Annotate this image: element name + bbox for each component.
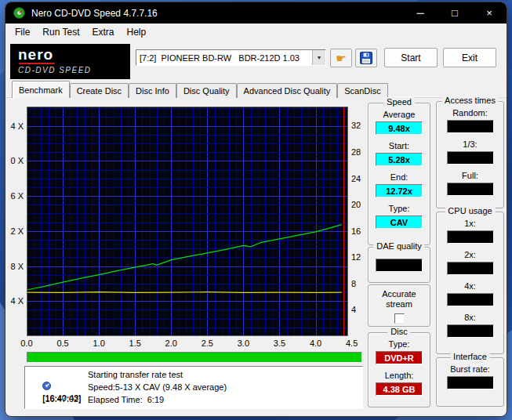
nero-swoosh [19,63,55,64]
log-entry: [16:40:43] Starting transfer rate test [28,369,359,382]
menu-extra[interactable]: Extra [85,24,120,40]
dae-quality-value [376,259,423,272]
cpu-8x-value [447,324,494,338]
drive-select-arrow[interactable]: ▼ [312,50,325,65]
log-message: Elapsed Time: 6:19 [88,394,164,406]
exit-button[interactable]: Exit [443,48,496,67]
speed-panel: Speed Average 9.48x Start: 5.28x End: 12… [368,103,430,245]
start-label: Start: [369,141,430,150]
cpu-1x-label: 1x: [437,219,503,228]
cpu-8x-label: 8x: [437,313,503,322]
average-label: Average [369,110,430,119]
start-button[interactable]: Start [384,48,438,67]
svg-text:20: 20 [351,200,361,209]
svg-text:2.5: 2.5 [202,339,213,348]
interface-panel: Interface Burst rate: [436,357,504,407]
cpu-8x-row: 8x: [437,313,503,338]
speed-start-row: Start: 5.28x [369,141,430,166]
app-window: Nero CD-DVD Speed 4.7.7.16 ─ □ × File Ru… [5,2,507,417]
svg-text:4.5: 4.5 [346,339,358,348]
menu-help[interactable]: Help [121,24,153,40]
maximize-button[interactable]: □ [438,2,472,24]
svg-text:20 X: 20 X [10,156,24,165]
save-results-button[interactable] [355,49,377,67]
hand-disc-icon: ☛ [336,52,346,64]
burst-rate-row: Burst rate: [437,364,503,389]
chevron-down-icon: ▼ [317,55,322,60]
disc-length-row: Length: 4.38 GB [369,371,430,396]
accurate-stream-panel: Accurate stream [368,284,430,327]
cpu-4x-row: 4x: [437,281,503,306]
interface-title: Interface [450,352,490,361]
svg-text:8: 8 [351,279,356,288]
svg-text:0.0: 0.0 [20,339,32,348]
menu-file[interactable]: File [9,24,36,40]
end-speed-value: 12.72x [376,184,423,197]
close-button[interactable]: × [472,2,507,24]
drive-select[interactable]: [7:2] PIONEER BD-RW BDR-212D 1.03 ▼ [136,49,326,66]
svg-text:8 X: 8 X [10,262,24,271]
dae-quality-title: DAE quality [373,241,424,251]
svg-text:1.5: 1.5 [129,339,141,348]
svg-text:32: 32 [351,121,361,130]
end-label: End: [369,172,430,182]
tab-disc-quality[interactable]: Disc Quality [176,83,237,98]
dae-quality-panel: DAE quality [368,247,430,283]
floppy-icon [360,52,372,64]
log-message: Starting transfer rate test [88,369,183,381]
average-speed-value: 9.48x [376,121,423,135]
progress-fill [27,353,361,362]
minimize-button[interactable]: ─ [403,2,438,24]
one-third-access-label: 1/3: [437,139,503,149]
tab-scandisc[interactable]: ScanDisc [337,83,387,98]
svg-text:28: 28 [351,147,361,157]
svg-text:24: 24 [351,174,361,183]
titlebar: Nero CD-DVD Speed 4.7.7.16 ─ □ × [5,2,507,24]
disc-panel: Disc Type: DVD+R Length: 4.38 GB [368,332,430,407]
svg-text:16 X: 16 X [10,191,24,201]
drive-select-value: [7:2] PIONEER BD-RW BDR-212D 1.03 [136,53,312,63]
eject-disc-button[interactable]: ☛ [330,49,352,67]
menu-run-test[interactable]: Run Test [36,24,85,40]
speed-type-row: Type: CAV [369,204,430,229]
cpu-1x-row: 1x: [437,219,503,244]
nero-logo: nero CD-DVD SPEED [10,44,130,79]
svg-text:4 X: 4 X [10,296,24,306]
cpu-2x-label: 2x: [437,250,503,259]
close-icon: × [486,7,492,19]
benchmark-chart: 4 X8 X12 X16 X20 X24 X481216202428320.00… [10,101,365,348]
svg-text:12: 12 [351,252,361,262]
burst-rate-label: Burst rate: [437,364,503,374]
maximize-icon: □ [452,7,458,19]
svg-text:2.0: 2.0 [165,339,177,348]
cpu-4x-value [447,293,494,306]
tab-create-disc[interactable]: Create Disc [70,83,129,98]
access-times-title: Access times [441,96,499,105]
window-title: Nero CD-DVD Speed 4.7.7.16 [31,8,158,19]
type-label: Type: [369,204,430,213]
speed-end-row: End: 12.72x [369,172,430,197]
progress-bar [27,352,362,363]
tab-advanced-disc-quality[interactable]: Advanced Disc Quality [237,83,338,98]
svg-text:24 X: 24 X [10,121,24,131]
svg-text:0.5: 0.5 [56,339,68,348]
tab-bar: Benchmark Create Disc Disc Info Disc Qua… [12,81,388,98]
menubar: File Run Test Extra Help [5,24,507,41]
log-entry: [16:47:02] Elapsed Time: 6:19 [28,394,359,407]
disc-length-label: Length: [369,371,430,380]
window-controls: ─ □ × [403,2,507,24]
access-times-panel: Access times Random: 1/3: Full: [436,101,504,208]
minimize-icon: ─ [416,7,423,19]
log-panel: [16:40:43] Starting transfer rate test [… [24,366,363,409]
random-access-label: Random: [437,108,503,118]
start-speed-value: 5.28x [376,153,423,166]
disc-type-label: Type: [369,339,430,349]
tab-benchmark[interactable]: Benchmark [12,81,70,98]
log-entry: [16:47:02] Speed:5-13 X CAV (9.48 X aver… [28,382,359,394]
burst-rate-value [447,376,494,389]
accurate-stream-checkbox[interactable] [394,313,405,324]
tab-disc-info[interactable]: Disc Info [129,83,176,98]
svg-text:12 X: 12 X [10,226,24,236]
random-access-value [447,120,494,133]
full-access-label: Full: [437,171,503,180]
